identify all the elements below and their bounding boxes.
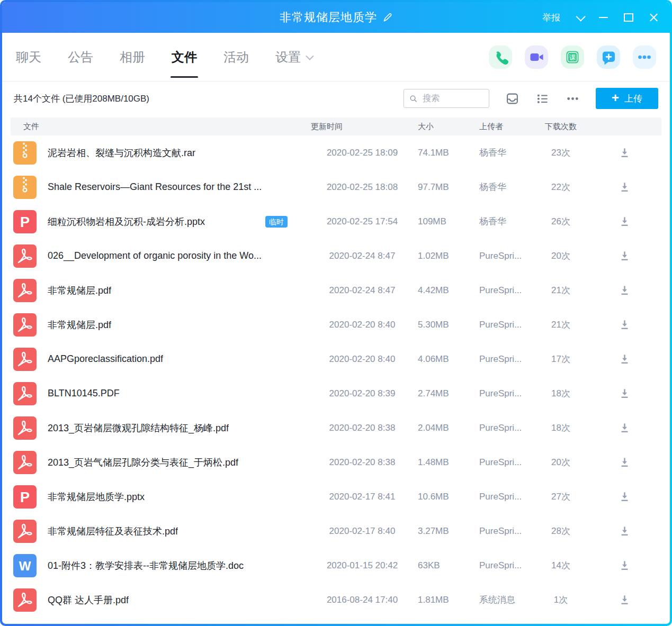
tab-activity[interactable]: 活动 (223, 33, 249, 81)
download-button[interactable] (587, 284, 661, 296)
file-action-cell (587, 559, 661, 571)
file-name: Shale Reservoirs—Giant Resources for the… (48, 182, 262, 193)
minimize-button[interactable] (599, 17, 608, 18)
file-row[interactable]: P W 2013_页岩气储层孔隙分类与表征_于炳松.pdf 2020-02-20… (11, 445, 661, 479)
file-cell: P W 01-附件3：教学安排表--非常规储层地质学.doc (11, 554, 307, 578)
file-row[interactable]: P W 细粒沉积物岩相及沉积-成岩分析.pptx 临时 2020-02-25 1… (11, 204, 661, 239)
list-view-button[interactable] (535, 92, 550, 105)
file-size: 109MB (418, 216, 465, 227)
chevron-down-icon[interactable] (576, 12, 585, 21)
file-download-count: 23次 (534, 147, 587, 159)
file-cell: P W 非常规储层.pdf (11, 278, 307, 303)
file-size: 10.6MB (418, 492, 465, 502)
download-button[interactable] (587, 147, 661, 159)
file-row[interactable]: P W 非常规储层特征及表征技术.pdf 2020-02-17 8:40 3.2… (11, 514, 661, 548)
download-button[interactable] (587, 353, 661, 365)
file-cell: P W 026__Development of organic porosity… (11, 244, 307, 268)
rar-file-icon: P W (13, 175, 37, 199)
download-button[interactable] (587, 250, 661, 262)
download-button[interactable] (587, 387, 661, 400)
rar-file-icon: P W (13, 141, 37, 165)
header-file: 文件 (11, 122, 307, 132)
file-count-summary: 共14个文件 (已使用208MB/10GB) (14, 93, 149, 105)
add-chat-button[interactable] (597, 46, 620, 69)
tab-settings[interactable]: 设置 (275, 33, 312, 81)
file-name: 01-附件3：教学安排表--非常规储层地质学.doc (48, 559, 244, 572)
pdf-file-icon: P W (13, 244, 37, 268)
maximize-button[interactable] (624, 13, 633, 22)
file-row[interactable]: P W 泥岩岩相、裂缝与沉积构造文献.rar 2020-02-25 18:09 … (11, 135, 661, 170)
download-button[interactable] (587, 525, 661, 537)
file-download-count: 28次 (534, 525, 587, 537)
file-size: 1.02MB (418, 251, 465, 261)
file-cell: P W AAPGporeclassification.pdf (11, 347, 307, 371)
download-button[interactable] (587, 559, 661, 571)
file-name: 非常规储层.pdf (48, 284, 111, 297)
file-update-time: 2020-02-24 8:47 (307, 251, 418, 261)
file-inbox-button[interactable] (505, 92, 519, 105)
close-button[interactable] (649, 13, 658, 22)
upload-button[interactable]: + 上传 (596, 88, 658, 109)
download-button[interactable] (587, 215, 661, 228)
download-button[interactable] (587, 422, 661, 434)
download-icon (619, 559, 631, 571)
file-row[interactable]: P W 非常规储层.pdf 2020-02-24 8:47 4.42MB Pur… (11, 273, 661, 307)
file-toolbar: 共14个文件 (已使用208MB/10GB) (2, 81, 670, 115)
file-name: BLTN10145.PDF (48, 388, 120, 399)
report-button[interactable]: 举报 (542, 12, 560, 24)
pdf-file-icon: P W (13, 416, 37, 440)
tabs-row: 聊天 公告 相册 文件 活动 设置 (2, 33, 670, 81)
file-update-time: 2020-02-20 8:40 (307, 320, 418, 330)
file-row[interactable]: P W 2013_页岩储层微观孔隙结构特征_杨峰.pdf 2020-02-20 … (11, 411, 661, 445)
file-action-cell (587, 387, 661, 400)
file-download-count: 27次 (534, 491, 587, 503)
search-input[interactable] (422, 93, 483, 104)
file-download-count: 18次 (534, 422, 587, 434)
window-title: 非常规储层地质学 (280, 10, 377, 25)
file-download-count: 17次 (534, 353, 587, 365)
more-tools-button[interactable] (566, 92, 580, 105)
file-action-cell (587, 319, 661, 331)
file-cell: P W Shale Reservoirs—Giant Resources for… (11, 175, 307, 199)
file-row[interactable]: P W 非常规储层地质学.pptx 2020-02-17 8:41 10.6MB… (11, 479, 661, 514)
video-call-button[interactable] (525, 46, 548, 69)
file-row[interactable]: P W AAPGporeclassification.pdf 2020-02-2… (11, 342, 661, 376)
file-row[interactable]: P W 01-附件3：教学安排表--非常规储层地质学.doc 2020-01-1… (11, 548, 661, 583)
tab-album-label: 相册 (120, 49, 145, 66)
window-frame: 非常规储层地质学 举报 聊天 公告 相册 文件 活动 设置 (0, 0, 672, 626)
doc-file-icon: P W (13, 554, 37, 578)
window-controls: 举报 (542, 2, 658, 33)
tab-chat[interactable]: 聊天 (16, 33, 41, 81)
tab-files[interactable]: 文件 (172, 33, 197, 81)
download-icon (619, 250, 631, 262)
file-row[interactable]: P W 非常规储层.pdf 2020-02-20 8:40 5.30MB Pur… (11, 307, 661, 342)
download-button[interactable] (587, 594, 661, 606)
file-row[interactable]: P W QQ群 达人手册.pdf 2016-08-24 17:40 1.81MB… (11, 583, 661, 617)
list-view-icon (535, 92, 550, 105)
download-button[interactable] (587, 491, 661, 503)
file-size: 1.48MB (418, 457, 465, 468)
file-size: 2.74MB (418, 388, 465, 399)
file-uploader: 杨香华 (465, 215, 534, 228)
file-size: 4.06MB (418, 354, 465, 365)
file-name: 2013_页岩气储层孔隙分类与表征_于炳松.pdf (48, 456, 238, 469)
download-button[interactable] (587, 181, 661, 193)
pdf-file-icon: P W (13, 382, 37, 406)
search-box[interactable] (404, 89, 489, 108)
file-row[interactable]: P W 026__Development of organic porosity… (11, 239, 661, 273)
ellipsis-icon (566, 92, 580, 105)
tab-album[interactable]: 相册 (120, 33, 145, 81)
file-row[interactable]: P W Shale Reservoirs—Giant Resources for… (11, 170, 661, 204)
download-icon (619, 456, 631, 468)
voice-call-button[interactable] (489, 46, 512, 69)
file-action-cell (587, 456, 661, 468)
file-row[interactable]: P W BLTN10145.PDF 2020-02-20 8:39 2.74MB… (11, 376, 661, 411)
file-cell: P W QQ群 达人手册.pdf (11, 588, 307, 612)
tab-announcement[interactable]: 公告 (68, 33, 93, 81)
plus-icon: + (612, 92, 619, 104)
download-button[interactable] (587, 456, 661, 468)
download-button[interactable] (587, 319, 661, 331)
more-actions-button[interactable] (633, 46, 656, 69)
course-button[interactable]: 课 (561, 46, 584, 69)
edit-title-icon[interactable] (382, 13, 392, 23)
